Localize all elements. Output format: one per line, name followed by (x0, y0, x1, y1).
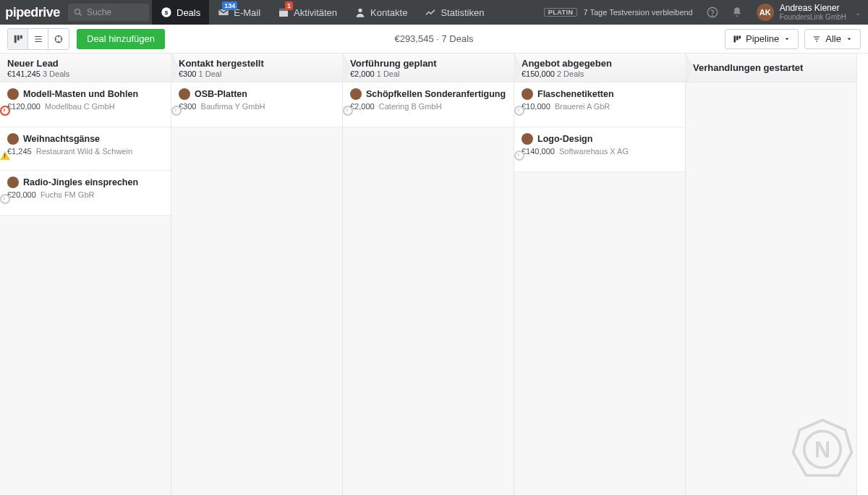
filter-label: Alle (825, 33, 841, 44)
column-title: Vorführung geplant (350, 58, 506, 69)
deal-sub: €120,000 Modellbau C GmbH (7, 102, 163, 111)
activities-badge: 1 (285, 1, 293, 10)
deal-title: Modell-Masten und Bohlen (23, 89, 138, 99)
chevron-down-icon (846, 35, 853, 43)
column-summary: €2,000 1 Deal (350, 69, 506, 78)
nav-email[interactable]: 134 E-Mail (209, 0, 269, 25)
nav-stats-label: Statistiken (441, 7, 484, 18)
svg-rect-18 (739, 35, 741, 38)
deal-status-icon (0, 106, 10, 116)
help-button[interactable] (700, 0, 725, 25)
nav-activities-label: Aktivitäten (294, 7, 337, 18)
view-kanban-button[interactable] (8, 29, 28, 49)
trial-badge: PLATIN (544, 8, 578, 17)
user-menu[interactable]: AK Andreas Kiener FoundersLink GmbH ⌄ (749, 0, 868, 25)
column-header[interactable]: Verhandlungen gestartet (686, 54, 856, 82)
pipeline-column: Angebot abgegeben€150,000 2 DealsFlasche… (514, 54, 686, 495)
kanban-icon (13, 34, 23, 44)
svg-rect-17 (736, 35, 739, 40)
search-input[interactable]: Suche (68, 4, 149, 21)
svg-point-6 (358, 9, 362, 12)
person-icon (354, 7, 366, 18)
view-list-button[interactable] (28, 29, 48, 49)
nav-activities[interactable]: 1 Aktivitäten (269, 0, 346, 25)
column-header[interactable]: Angebot abgegeben€150,000 2 Deals (514, 54, 685, 82)
deal-avatar (522, 88, 533, 100)
notifications-button[interactable] (725, 0, 749, 25)
help-icon (706, 6, 719, 19)
search-placeholder: Suche (87, 7, 111, 17)
deal-card[interactable]: Schöpfkellen Sonderanfertigung€2,000 Cat… (343, 82, 514, 127)
nav-stats[interactable]: Statistiken (416, 0, 493, 25)
pipeline-dropdown[interactable]: Pipeline (725, 29, 799, 49)
filter-icon (812, 35, 821, 43)
avatar: AK (757, 4, 774, 21)
deal-status-icon (514, 151, 524, 161)
brand-logo[interactable]: pipedrive (0, 0, 65, 25)
column-header[interactable]: Vorführung geplant€2,000 1 Deal (343, 54, 514, 82)
svg-point-8 (712, 15, 712, 16)
search-wrap: Suche (65, 0, 152, 25)
deal-avatar (7, 133, 19, 145)
list-icon (33, 34, 43, 44)
column-title: Kontakt hergestellt (179, 58, 335, 69)
deal-card[interactable]: Radio-Jingles einsprechen€20,000 Fuchs F… (0, 171, 171, 216)
email-badge: 134 (222, 1, 237, 10)
user-name: Andreas Kiener (780, 4, 846, 13)
deal-title: Flaschenetiketten (537, 89, 614, 99)
column-title: Neuer Lead (7, 58, 163, 69)
deal-sub: €140,000 Softwarehaus X AG (522, 147, 678, 156)
summary-amount: €293,545 (394, 33, 433, 44)
view-switch (7, 28, 69, 50)
filter-dropdown[interactable]: Alle (804, 29, 861, 49)
deal-sub: €10,000 Brauerei A GbR (522, 102, 678, 111)
nav-contacts[interactable]: Kontakte (346, 0, 416, 25)
deal-avatar (7, 88, 19, 100)
toolbar: Deal hinzufügen €293,545 · 7 Deals Pipel… (0, 25, 868, 54)
column-title: Angebot abgegeben (522, 58, 678, 69)
chevron-down-icon (783, 35, 791, 43)
nav-deals-label: Deals (176, 7, 200, 18)
deal-sub: €2,000 Catering B GmbH (350, 102, 506, 111)
user-org: FoundersLink GmbH (780, 13, 846, 21)
svg-line-1 (80, 14, 82, 16)
nav-deals[interactable]: $ Deals (152, 0, 209, 25)
svg-point-0 (75, 9, 80, 14)
view-forecast-button[interactable] (48, 29, 69, 49)
svg-text:$: $ (165, 9, 169, 16)
pipeline-column: Kontakt hergestellt€300 1 DealOSB-Platte… (171, 54, 343, 495)
deal-card[interactable]: Modell-Masten und Bohlen€120,000 Modellb… (0, 82, 171, 127)
trial-info[interactable]: PLATIN 7 Tage Testversion verbleibend (537, 0, 700, 25)
deal-title: Schöpfkellen Sonderanfertigung (366, 89, 506, 99)
watermark-icon: N (790, 417, 855, 482)
deal-title: Radio-Jingles einsprechen (23, 177, 138, 187)
deal-title: Weihnachtsgänse (23, 134, 100, 144)
search-icon (74, 8, 82, 17)
column-header[interactable]: Kontakt hergestellt€300 1 Deal (171, 54, 342, 82)
chevron-down-icon: ⌄ (855, 9, 861, 17)
deal-sub: €20,000 Fuchs FM GbR (7, 190, 163, 199)
summary-count: 7 Deals (442, 33, 474, 44)
deal-avatar (7, 177, 19, 188)
pipeline-board: Neuer Lead€141,245 3 DealsModell-Masten … (0, 54, 868, 495)
add-deal-button[interactable]: Deal hinzufügen (77, 29, 165, 49)
svg-rect-11 (20, 35, 22, 38)
deal-card[interactable]: OSB-Platten€300 Baufirma Y GmbH (171, 82, 342, 127)
stats-icon (425, 7, 436, 18)
deal-card[interactable]: Weihnachtsgänse€1,245 Restaurant Wild & … (0, 127, 171, 171)
deal-card[interactable]: Flaschenetiketten€10,000 Brauerei A GbR (514, 82, 685, 127)
deal-status-icon (0, 194, 10, 204)
summary: €293,545 · 7 Deals (394, 33, 473, 44)
deal-card[interactable]: Logo-Design€140,000 Softwarehaus X AG (514, 127, 685, 172)
trial-text: 7 Tage Testversion verbleibend (583, 8, 692, 17)
deal-avatar (350, 88, 362, 100)
deal-status-icon (343, 106, 353, 116)
deal-sub: €1,245 Restaurant Wild & Schwein (7, 147, 163, 156)
svg-rect-10 (17, 35, 19, 40)
pipeline-icon (733, 35, 741, 43)
pipeline-column: Vorführung geplant€2,000 1 DealSchöpfkel… (343, 54, 514, 495)
pipeline-column: Neuer Lead€141,245 3 DealsModell-Masten … (0, 54, 171, 495)
column-cards: Flaschenetiketten€10,000 Brauerei A GbRL… (514, 82, 685, 495)
column-summary: €141,245 3 Deals (7, 69, 163, 78)
column-header[interactable]: Neuer Lead€141,245 3 Deals (0, 54, 171, 82)
